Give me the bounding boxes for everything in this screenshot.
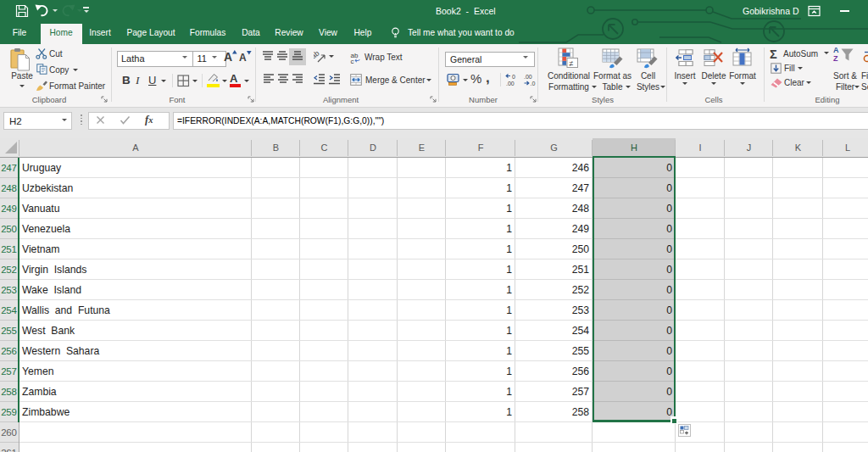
svg-text:.00: .00 [506,81,515,86]
svg-text:≠: ≠ [570,59,574,68]
svg-text:ab: ab [314,50,321,60]
svg-text:c: c [351,58,354,64]
svg-text:.00: .00 [524,74,532,80]
svg-text:0: 0 [512,74,515,80]
